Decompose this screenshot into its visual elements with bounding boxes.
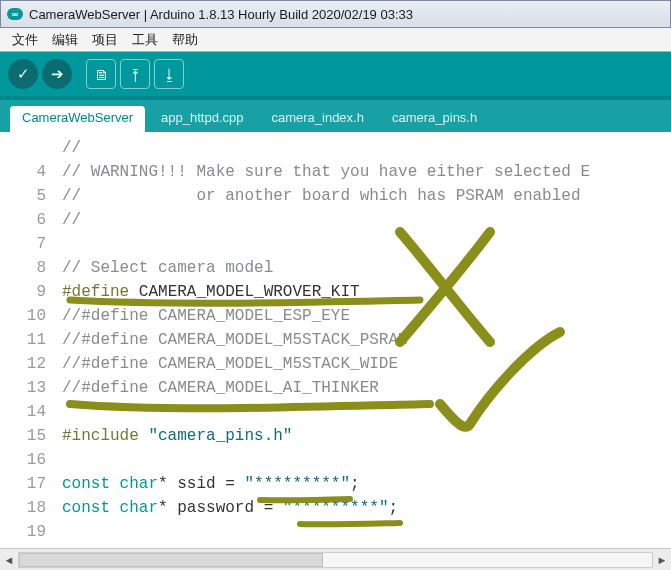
code-line: //	[62, 211, 81, 229]
code-line: //#define CAMERA_MODEL_ESP_EYE	[62, 307, 350, 325]
scroll-left-icon[interactable]: ◄	[0, 551, 18, 569]
menu-tools[interactable]: 工具	[126, 29, 164, 51]
code-line: const char* password = "*********";	[62, 499, 398, 517]
code-line: //#define CAMERA_MODEL_M5STACK_PSRAM	[62, 331, 408, 349]
code-line: //#define CAMERA_MODEL_AI_THINKER	[62, 379, 379, 397]
scroll-track[interactable]	[18, 552, 653, 568]
arrow-right-icon: ➔	[51, 65, 64, 83]
title-bar: ∞ CameraWebServer | Arduino 1.8.13 Hourl…	[0, 0, 671, 28]
menu-edit[interactable]: 编辑	[46, 29, 84, 51]
code-line: // WARNING!!! Make sure that you have ei…	[62, 163, 590, 181]
new-sketch-button[interactable]: 🗎	[86, 59, 116, 89]
toolbar: ✓ ➔ 🗎 ⭱ ⭳	[0, 52, 671, 100]
file-icon: 🗎	[94, 66, 109, 83]
code-line: // Select camera model	[62, 259, 273, 277]
menu-bar[interactable]: 文件 编辑 项目 工具 帮助	[0, 28, 671, 52]
menu-file[interactable]: 文件	[6, 29, 44, 51]
line-gutter: 4 5 6 7 8 9 10 11 12 13 14 15 16 17 18 1…	[0, 132, 56, 548]
code-line: #define CAMERA_MODEL_WROVER_KIT	[62, 283, 360, 301]
window-title: CameraWebServer | Arduino 1.8.13 Hourly …	[29, 7, 413, 22]
horizontal-scrollbar[interactable]: ◄ ►	[0, 548, 671, 570]
tab-app-httpd[interactable]: app_httpd.cpp	[149, 106, 255, 132]
code-line: //	[62, 139, 81, 157]
verify-button[interactable]: ✓	[8, 59, 38, 89]
arrow-down-icon: ⭳	[162, 66, 177, 83]
code-line: //#define CAMERA_MODEL_M5STACK_WIDE	[62, 355, 398, 373]
upload-button[interactable]: ➔	[42, 59, 72, 89]
menu-help[interactable]: 帮助	[166, 29, 204, 51]
code-line: // or another board which has PSRAM enab…	[62, 187, 580, 205]
check-icon: ✓	[17, 65, 30, 83]
code-line: const char* ssid = "*********";	[62, 475, 360, 493]
code-editor[interactable]: 4 5 6 7 8 9 10 11 12 13 14 15 16 17 18 1…	[0, 132, 671, 548]
scroll-thumb[interactable]	[19, 553, 323, 567]
menu-sketch[interactable]: 项目	[86, 29, 124, 51]
arrow-up-icon: ⭱	[128, 66, 143, 83]
tab-camera-index[interactable]: camera_index.h	[259, 106, 376, 132]
scroll-right-icon[interactable]: ►	[653, 551, 671, 569]
open-sketch-button[interactable]: ⭱	[120, 59, 150, 89]
code-line: #include "camera_pins.h"	[62, 427, 292, 445]
code-area[interactable]: // // WARNING!!! Make sure that you have…	[56, 132, 590, 548]
save-sketch-button[interactable]: ⭳	[154, 59, 184, 89]
arduino-icon: ∞	[7, 8, 23, 20]
tab-bar: CameraWebServer app_httpd.cpp camera_ind…	[0, 100, 671, 132]
tab-camerawebserver[interactable]: CameraWebServer	[10, 106, 145, 132]
tab-camera-pins[interactable]: camera_pins.h	[380, 106, 489, 132]
